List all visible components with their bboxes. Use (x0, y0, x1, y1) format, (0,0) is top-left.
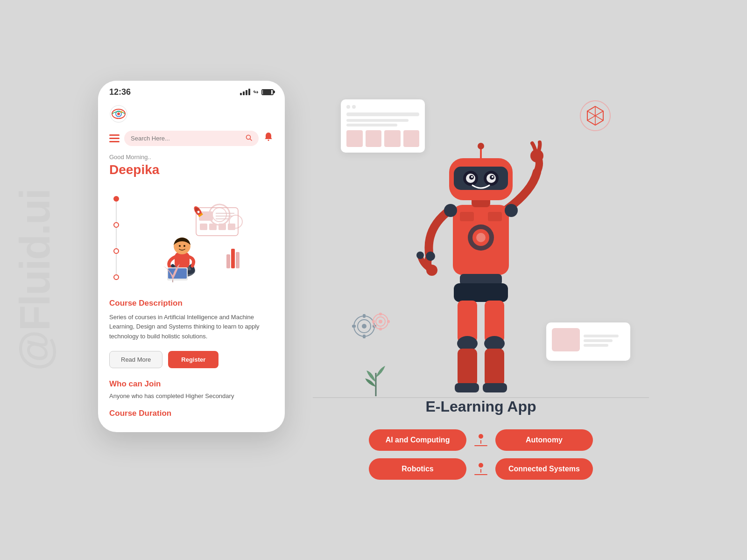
phone-content: Good Morning.. Deepika (98, 154, 285, 418)
search-bar (98, 129, 285, 154)
hero-illustration (121, 191, 261, 285)
notification-bell-icon[interactable] (263, 132, 274, 145)
svg-rect-25 (175, 252, 190, 268)
svg-rect-69 (455, 383, 479, 392)
user-name: Deepika (109, 162, 274, 177)
course-duration-title: Course Duration (109, 409, 274, 418)
signal-icon (240, 89, 250, 95)
svg-point-7 (268, 140, 269, 141)
ui-card-bottom-right (546, 322, 630, 361)
robot-scene (313, 81, 649, 398)
ui-card-top-left (341, 99, 425, 153)
read-more-button[interactable]: Read More (109, 351, 162, 368)
svg-rect-45 (352, 325, 356, 328)
svg-rect-76 (454, 167, 508, 190)
right-panel: E-Learning App AI and Computing Autonomy… (313, 81, 649, 480)
svg-point-83 (471, 176, 473, 178)
connector-1 (474, 434, 488, 446)
greeting-text: Good Morning.. (109, 154, 274, 161)
svg-rect-43 (363, 314, 366, 318)
svg-point-49 (379, 320, 382, 323)
phone-mockup: 12:36 ↬ (98, 81, 285, 432)
svg-point-30 (183, 245, 185, 247)
hamburger-menu[interactable] (109, 134, 120, 142)
svg-point-55 (426, 265, 437, 276)
svg-point-42 (362, 324, 366, 329)
svg-rect-33 (236, 252, 240, 268)
cta-buttons: Read More Register (109, 351, 274, 368)
search-icon (246, 134, 252, 142)
phone-time: 12:36 (109, 87, 131, 97)
svg-rect-65 (454, 283, 508, 302)
svg-point-4 (120, 111, 122, 113)
svg-rect-50 (379, 313, 382, 315)
tag-ai-computing[interactable]: AI and Computing (369, 429, 466, 451)
register-button[interactable]: Register (168, 351, 218, 368)
who-join-title: Who can Join (109, 379, 274, 389)
course-description-title: Course Description (109, 299, 274, 308)
svg-rect-62 (460, 212, 474, 221)
svg-rect-51 (379, 328, 382, 330)
svg-point-89 (426, 252, 435, 261)
course-hero-section (109, 187, 274, 289)
svg-point-3 (117, 112, 120, 115)
svg-point-56 (416, 252, 424, 259)
svg-point-29 (179, 245, 181, 247)
who-join-body: Anyone who has completed Higher Secondar… (109, 392, 274, 399)
search-wrapper[interactable] (124, 131, 259, 146)
svg-point-84 (492, 176, 493, 178)
svg-rect-52 (372, 320, 375, 323)
svg-point-86 (478, 143, 484, 149)
svg-rect-16 (200, 224, 207, 230)
robot-illustration (416, 126, 546, 398)
svg-rect-44 (363, 335, 366, 338)
elearning-app-title: E-Learning App (425, 398, 536, 415)
phone-header (98, 101, 285, 129)
cube-icon (579, 99, 612, 132)
svg-point-9 (212, 208, 226, 222)
svg-rect-19 (228, 224, 235, 230)
wifi-icon: ↬ (253, 88, 259, 96)
svg-rect-53 (387, 320, 390, 323)
timeline-dot-1 (113, 196, 119, 202)
svg-rect-31 (226, 254, 230, 268)
app-logo (109, 105, 128, 123)
battery-icon (261, 89, 274, 95)
svg-rect-73 (483, 383, 507, 392)
category-tags-grid: AI and Computing Autonomy Robotics Conne… (369, 429, 593, 480)
tag-robotics[interactable]: Robotics (369, 458, 466, 480)
connector-2 (474, 463, 488, 475)
search-input[interactable] (131, 135, 242, 142)
watermark-text: @Fluid.ui (14, 189, 56, 371)
svg-rect-18 (218, 224, 226, 230)
gear-icons (350, 308, 392, 342)
svg-line-6 (250, 139, 252, 140)
svg-point-88 (505, 204, 518, 217)
timeline-dot-4 (113, 274, 119, 280)
svg-point-57 (530, 149, 543, 162)
svg-rect-72 (485, 349, 504, 386)
plant-icon (359, 359, 392, 398)
status-icons: ↬ (240, 88, 274, 96)
timeline-dot-3 (113, 248, 119, 254)
status-bar: 12:36 ↬ (98, 81, 285, 101)
svg-rect-17 (209, 224, 217, 230)
main-container: 12:36 ↬ (98, 81, 649, 480)
svg-rect-32 (231, 249, 235, 268)
svg-point-61 (476, 233, 486, 242)
svg-rect-63 (488, 212, 502, 221)
timeline-dot-2 (113, 222, 119, 228)
course-description-body: Series of courses in Artificial Intellig… (109, 313, 274, 342)
svg-rect-68 (458, 349, 477, 386)
tag-connected-systems[interactable]: Connected Systems (495, 458, 593, 480)
svg-point-87 (444, 204, 457, 217)
tag-autonomy[interactable]: Autonomy (495, 429, 593, 451)
